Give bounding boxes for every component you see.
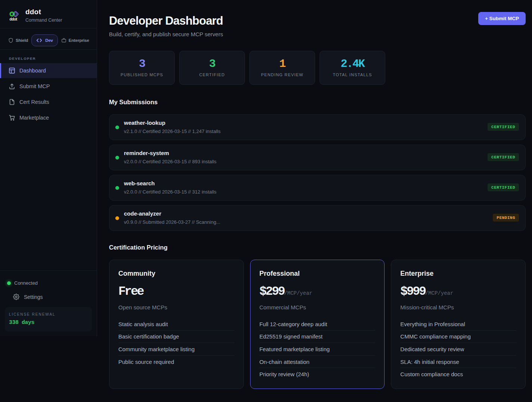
svg-text:ddot: ddot bbox=[10, 17, 18, 21]
